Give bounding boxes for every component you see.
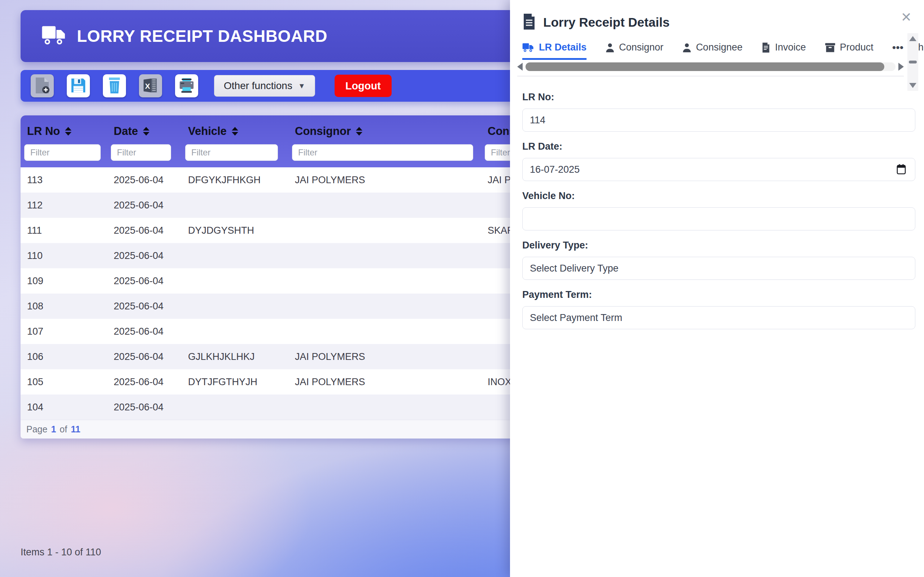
- invoice-icon: [761, 42, 771, 53]
- other-functions-label: Other functions: [224, 80, 292, 92]
- truck-icon: [522, 43, 535, 53]
- person-icon: [605, 43, 615, 53]
- pagination-of-label: of: [60, 424, 67, 435]
- column-header-consignor[interactable]: Consignor: [288, 125, 481, 138]
- other-functions-button[interactable]: Other functions ▼: [214, 75, 315, 97]
- vertical-scrollbar[interactable]: [908, 33, 918, 91]
- delivery-type-label: Delivery Type:: [522, 240, 915, 251]
- lr-no-input[interactable]: [522, 108, 915, 132]
- new-document-button[interactable]: [31, 74, 54, 97]
- svg-text:X: X: [145, 82, 150, 90]
- horizontal-scroll-thumb[interactable]: [525, 62, 884, 71]
- scroll-up-icon[interactable]: [909, 36, 916, 41]
- tab-invoice[interactable]: Invoice: [761, 42, 806, 60]
- tab-consignor[interactable]: Consignor: [605, 42, 663, 60]
- filter-input-date[interactable]: [111, 144, 171, 161]
- tabs-scrollbar-area: [517, 61, 904, 76]
- scroll-down-icon[interactable]: [909, 83, 916, 88]
- panel-tabs: LR Details Consignor Consignee Invoice: [522, 41, 924, 60]
- print-button[interactable]: [175, 74, 198, 97]
- tab-product[interactable]: Product: [825, 42, 874, 60]
- column-header-vehicle[interactable]: Vehicle: [181, 125, 288, 138]
- horizontal-scrollbar[interactable]: [525, 62, 895, 71]
- delivery-type-select[interactable]: Select Delivery Type: [522, 257, 915, 280]
- column-header-date[interactable]: Date: [107, 125, 181, 138]
- filter-input-vehicle[interactable]: [185, 144, 278, 161]
- tab-lr-details[interactable]: LR Details: [522, 42, 586, 60]
- new-document-icon: [34, 77, 50, 95]
- panel-title: Lorry Receipt Details: [543, 15, 670, 29]
- chevron-down-icon: ▼: [298, 82, 305, 90]
- lr-date-input[interactable]: [522, 158, 915, 181]
- sort-icon[interactable]: [65, 127, 71, 135]
- truck-icon: [42, 25, 68, 47]
- pagination-current-page: 1: [51, 424, 56, 435]
- scroll-left-icon[interactable]: [517, 63, 523, 71]
- delete-button[interactable]: [103, 74, 126, 97]
- column-header-lr-no[interactable]: LR No: [21, 125, 107, 138]
- trash-icon: [107, 77, 122, 95]
- lr-no-label: LR No:: [522, 92, 915, 103]
- save-button[interactable]: [67, 74, 90, 97]
- items-summary: Items 1 - 10 of 110: [21, 547, 101, 558]
- pagination-label: Page: [26, 424, 47, 435]
- pagination-total-pages: 11: [71, 424, 80, 435]
- sort-icon[interactable]: [356, 127, 362, 135]
- vehicle-no-input[interactable]: [522, 207, 915, 230]
- page-title: LORRY RECEIPT DASHBOARD: [77, 26, 327, 46]
- payment-term-label: Payment Term:: [522, 289, 915, 300]
- excel-export-button[interactable]: X: [139, 74, 162, 97]
- excel-icon: X: [142, 77, 159, 95]
- lr-details-form: LR No: LR Date: Vehicle No:: [510, 76, 924, 329]
- person-icon: [682, 43, 691, 53]
- sort-icon[interactable]: [143, 127, 149, 135]
- vehicle-no-label: Vehicle No:: [522, 190, 915, 201]
- tab-consignee[interactable]: Consignee: [682, 42, 743, 60]
- save-icon: [70, 77, 87, 95]
- ellipsis-icon: •••: [892, 45, 904, 50]
- logout-button[interactable]: Logout: [334, 75, 392, 97]
- filter-input-consignor[interactable]: [292, 144, 473, 161]
- sort-icon[interactable]: [232, 127, 238, 135]
- document-icon: [522, 13, 536, 32]
- lr-date-label: LR Date:: [522, 141, 915, 152]
- payment-term-select[interactable]: Select Payment Term: [522, 306, 915, 329]
- product-icon: [825, 43, 835, 53]
- calendar-icon[interactable]: [897, 164, 906, 176]
- filter-input-lr-no[interactable]: [24, 144, 101, 161]
- printer-icon: [178, 77, 195, 95]
- vertical-scroll-thumb[interactable]: [909, 61, 917, 63]
- lr-details-panel: ✕ Lorry Receipt Details LR Details: [510, 0, 924, 577]
- panel-header: Lorry Receipt Details: [510, 0, 924, 32]
- close-icon[interactable]: ✕: [901, 11, 912, 24]
- scroll-right-icon[interactable]: [898, 63, 904, 71]
